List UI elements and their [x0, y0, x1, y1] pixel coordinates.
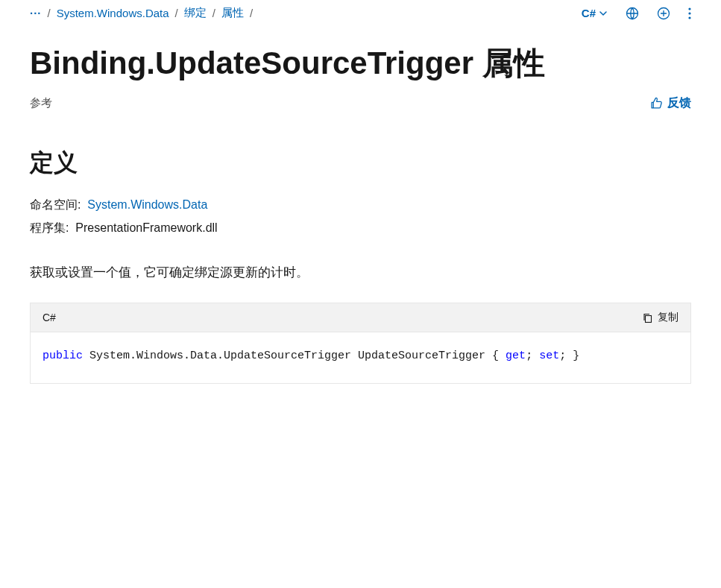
breadcrumb-separator: /: [250, 7, 253, 19]
plus-circle-icon: [657, 7, 670, 20]
namespace-label: 命名空间:: [30, 198, 81, 211]
breadcrumb-separator: /: [175, 7, 178, 19]
property-description: 获取或设置一个值，它可确定绑定源更新的计时。: [30, 263, 691, 282]
feedback-label: 反馈: [667, 95, 691, 111]
svg-rect-5: [646, 315, 652, 322]
breadcrumb-link-class[interactable]: 绑定: [184, 6, 207, 20]
thumbs-up-icon: [650, 97, 663, 110]
globe-button[interactable]: [626, 7, 639, 20]
chevron-down-icon: [599, 9, 608, 18]
code-language-label: C#: [42, 312, 56, 323]
reference-label: 参考: [30, 96, 52, 110]
namespace-row: 命名空间: System.Windows.Data: [30, 197, 691, 213]
add-button[interactable]: [657, 7, 670, 20]
more-button[interactable]: [688, 7, 691, 20]
section-definition-heading: 定义: [30, 147, 691, 180]
copy-icon: [642, 312, 653, 323]
code-keyword: get: [506, 350, 526, 362]
code-keyword: public: [42, 350, 83, 362]
code-text: ; }: [559, 350, 579, 362]
svg-point-2: [688, 7, 690, 10]
breadcrumb: ··· / System.Windows.Data / 绑定 / 属性 /: [30, 6, 253, 20]
breadcrumb-ellipsis[interactable]: ···: [30, 7, 42, 19]
breadcrumb-link-namespace[interactable]: System.Windows.Data: [57, 7, 169, 19]
assembly-value: PresentationFramework.dll: [75, 221, 217, 234]
copy-button[interactable]: 复制: [642, 311, 679, 324]
breadcrumb-separator: /: [212, 7, 215, 19]
more-vertical-icon: [688, 7, 691, 20]
assembly-row: 程序集: PresentationFramework.dll: [30, 221, 691, 236]
page-title: Binding.UpdateSourceTrigger 属性: [30, 44, 691, 83]
language-label: C#: [582, 7, 596, 19]
code-keyword: set: [539, 350, 559, 362]
assembly-label: 程序集:: [30, 221, 69, 234]
code-text: System.Windows.Data.UpdateSourceTrigger …: [83, 350, 506, 362]
breadcrumb-link-section[interactable]: 属性: [221, 6, 244, 20]
feedback-button[interactable]: 反馈: [650, 95, 691, 111]
code-block: C# 复制 public System.Windows.Data.UpdateS…: [30, 303, 691, 384]
breadcrumb-separator: /: [48, 7, 51, 19]
code-body: public System.Windows.Data.UpdateSourceT…: [31, 332, 690, 383]
svg-point-4: [688, 16, 690, 19]
namespace-link[interactable]: System.Windows.Data: [87, 198, 207, 211]
code-text: ;: [526, 350, 539, 362]
copy-label: 复制: [658, 311, 679, 324]
svg-point-3: [688, 12, 690, 14]
language-selector[interactable]: C#: [582, 7, 608, 19]
globe-icon: [626, 7, 639, 20]
